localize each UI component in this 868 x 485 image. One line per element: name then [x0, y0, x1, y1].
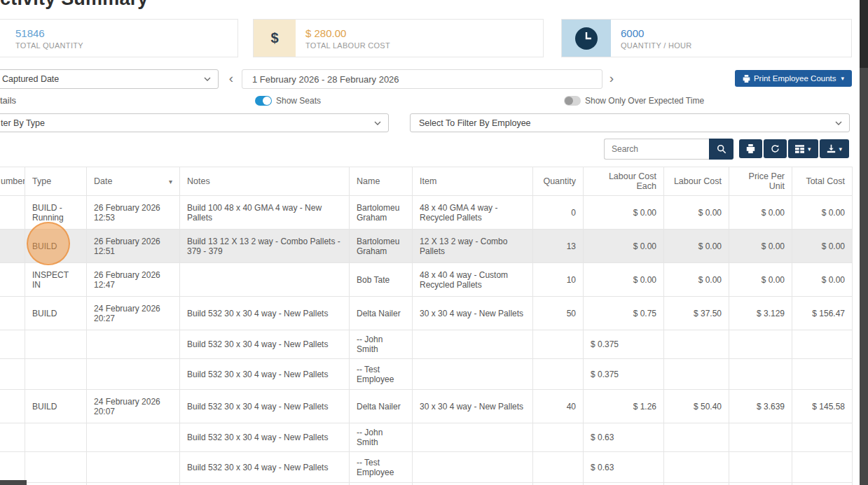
cell-date: 24 February 2026 20:07 [87, 390, 180, 423]
chevron-down-icon [835, 121, 842, 125]
caret-down-icon: ▾ [808, 146, 811, 153]
print-icon [743, 75, 750, 83]
table-row[interactable]: BUILD 24 February 2026 20:27 Build 532 3… [0, 297, 853, 330]
caret-down-icon: ▾ [841, 75, 845, 82]
cell-labour-cost-each: $ 0.63 [584, 452, 664, 483]
table-row[interactable]: 24 February 2026 40 x 48 Grade A - New [0, 483, 853, 485]
cell-name: Bartolomeu Graham [350, 196, 413, 230]
cell-type [25, 423, 87, 452]
header-type[interactable]: Type [25, 167, 87, 196]
date-range-input[interactable] [242, 69, 602, 89]
cell-price-per-unit: $ 0.00 [729, 263, 792, 297]
cell-quantity [533, 330, 584, 359]
show-over-expected-toggle[interactable] [564, 96, 581, 106]
show-over-expected-label: Show Only Over Expected Time [585, 96, 704, 106]
table-subrow[interactable]: Build 532 30 x 30 4 way - New Pallets --… [0, 452, 853, 483]
filter-by-employee-select[interactable]: Select To Filter By Employee [410, 113, 850, 132]
cell-date [87, 359, 180, 390]
table-subrow[interactable]: Build 532 30 x 30 4 way - New Pallets --… [0, 330, 853, 359]
refresh-button[interactable] [764, 139, 787, 158]
header-name[interactable]: Name [350, 167, 413, 196]
table-header-row: umber Type Date▾ Notes Name Item Quantit… [0, 167, 853, 196]
cell-date: 26 February 2026 12:51 [87, 230, 180, 263]
show-seats-toggle[interactable] [255, 96, 272, 106]
header-notes[interactable]: Notes [180, 167, 350, 196]
header-total-cost[interactable]: Total Cost [792, 167, 853, 196]
cell-number [0, 263, 25, 297]
table-row[interactable]: BUILD - Running 26 February 2026 12:53 B… [0, 196, 853, 230]
cell-labour-cost-each: $ 0.00 [584, 230, 664, 263]
cell-quantity [533, 483, 584, 485]
cell-labour-cost-each: $ 0.75 [584, 297, 664, 330]
cell-total-cost: $ 0.00 [792, 230, 853, 263]
header-item[interactable]: Item [413, 167, 533, 196]
cell-notes: Build 532 30 x 30 4 way - New Pallets [180, 359, 350, 390]
search-button[interactable] [709, 139, 733, 160]
cell-labour-cost-each [584, 483, 664, 485]
header-labour-cost[interactable]: Labour Cost [664, 167, 729, 196]
table-row[interactable]: INSPECT IN 26 February 2026 12:47 Bob Ta… [0, 263, 853, 297]
cell-labour-cost [664, 359, 729, 390]
vertical-scrollbar[interactable] [860, 0, 868, 485]
cell-notes: Build 532 30 x 30 4 way - New Pallets [180, 452, 350, 483]
print-button[interactable] [739, 139, 762, 158]
cell-quantity [533, 423, 584, 452]
cell-name: -- John Smith [350, 423, 413, 452]
cell-name: Bartolomeu Graham [350, 230, 413, 263]
table-row[interactable]: BUILD 24 February 2026 20:07 Build 532 3… [0, 390, 853, 423]
captured-date-select[interactable]: Captured Date [0, 69, 219, 89]
cell-notes: Build 532 30 x 30 4 way - New Pallets [180, 297, 350, 330]
table-toolbar: ▾ ▾ [739, 139, 849, 158]
cell-labour-cost: $ 0.00 [664, 196, 729, 230]
cell-item [413, 359, 533, 390]
cell-total-cost: $ 0.00 [792, 196, 853, 230]
print-employee-counts-button[interactable]: Print Employee Counts ▾ [735, 70, 852, 87]
cell-date: 26 February 2026 12:53 [87, 196, 180, 230]
header-date[interactable]: Date▾ [87, 167, 180, 196]
prev-period-button[interactable]: ‹ [224, 69, 238, 89]
vertical-scrollbar-thumb[interactable] [860, 0, 868, 68]
cell-type: BUILD - Running [25, 196, 87, 230]
cell-item: 40 x 48 Grade A - New [413, 483, 533, 485]
table-columns-icon [795, 145, 804, 153]
cell-date: 24 February 2026 [87, 483, 180, 485]
quantity-per-hour-value: 6000 [621, 27, 691, 39]
header-price-per-unit[interactable]: Price Per Unit [729, 167, 792, 196]
horizontal-scrollbar-thumb[interactable] [0, 480, 27, 485]
header-labour-cost-each[interactable]: Labour Cost Each [584, 167, 664, 196]
cell-name: -- Test Employee [350, 452, 413, 483]
cell-quantity: 10 [533, 263, 584, 297]
next-period-button[interactable]: › [605, 69, 619, 89]
header-quantity[interactable]: Quantity [533, 167, 584, 196]
cell-notes: Build 532 30 x 30 4 way - New Pallets [180, 390, 350, 423]
cell-date [87, 452, 180, 483]
cell-type: BUILD [25, 230, 87, 263]
cell-type: INSPECT IN [25, 263, 87, 297]
cell-labour-cost [664, 423, 729, 452]
refresh-icon [771, 144, 780, 153]
activity-table: umber Type Date▾ Notes Name Item Quantit… [0, 167, 852, 485]
search-input[interactable] [604, 139, 709, 160]
cell-price-per-unit: $ 0.00 [729, 230, 792, 263]
table-row-selected[interactable]: BUILD 26 February 2026 12:51 Build 13 12… [0, 230, 853, 263]
download-button[interactable]: ▾ [820, 139, 850, 158]
cell-labour-cost: $ 0.00 [664, 230, 729, 263]
table-subrow[interactable]: Build 532 30 x 30 4 way - New Pallets --… [0, 359, 853, 390]
cell-item: 12 X 13 2 way - Combo Pallets [413, 230, 533, 263]
cell-type: BUILD [25, 297, 87, 330]
total-labour-cost-label: TOTAL LABOUR COST [305, 41, 390, 50]
cell-date: 24 February 2026 20:27 [87, 297, 180, 330]
cell-total-cost [792, 330, 853, 359]
cell-price-per-unit [729, 483, 792, 485]
cell-name: Delta Nailer [350, 297, 413, 330]
header-number[interactable]: umber [0, 167, 25, 196]
dollar-icon: $ [254, 20, 296, 57]
details-label[interactable]: tails [0, 95, 16, 106]
cell-total-cost [792, 423, 853, 452]
table-subrow[interactable]: Build 532 30 x 30 4 way - New Pallets --… [0, 423, 853, 452]
filter-by-type-select[interactable]: ter By Type [0, 113, 389, 132]
columns-button[interactable]: ▾ [788, 139, 818, 158]
quantity-per-hour-label: QUANTITY / HOUR [621, 41, 691, 50]
cell-total-cost [792, 359, 853, 390]
cell-price-per-unit [729, 423, 792, 452]
